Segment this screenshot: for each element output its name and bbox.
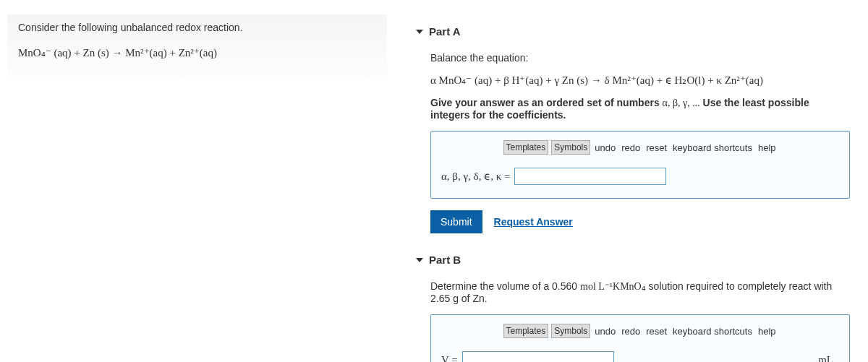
submit-button[interactable]: Submit <box>430 210 482 233</box>
keyboard-shortcuts-button[interactable]: keyboard shortcuts <box>671 326 754 337</box>
caret-down-icon <box>416 30 423 34</box>
part-a-answer-input[interactable] <box>514 168 666 185</box>
balanced-equation-template: α MnO₄⁻ (aq) + β H⁺(aq) + γ Zn (s) → δ M… <box>430 74 850 87</box>
unbalanced-equation: MnO₄⁻ (aq) + Zn (s) → Mn²⁺(aq) + Zn²⁺(aq… <box>18 46 376 59</box>
symbols-button[interactable]: Symbols <box>551 140 590 155</box>
reset-button[interactable]: reset <box>644 142 668 153</box>
templates-button[interactable]: Templates <box>503 324 549 338</box>
part-b-title: Part B <box>429 254 461 266</box>
ordered-set-instruction: Give your answer as an ordered set of nu… <box>430 97 850 121</box>
part-b-answer-label: V = <box>441 354 458 363</box>
help-button[interactable]: help <box>757 326 778 337</box>
problem-statement: Consider the following unbalanced redox … <box>7 14 387 79</box>
part-b-unit: mL <box>818 354 839 363</box>
undo-button[interactable]: undo <box>593 326 617 337</box>
redo-button[interactable]: redo <box>620 326 642 337</box>
part-a-toolbar: Templates Symbols undo redo reset keyboa… <box>441 140 839 155</box>
part-b-answer-box: Templates Symbols undo redo reset keyboa… <box>430 314 850 362</box>
help-button[interactable]: help <box>757 142 778 153</box>
part-a-answer-label: α, β, γ, δ, ϵ, κ = <box>441 170 510 183</box>
templates-button[interactable]: Templates <box>503 140 549 155</box>
part-a-header[interactable]: Part A <box>416 25 850 38</box>
redo-button[interactable]: redo <box>620 142 642 153</box>
part-a-answer-box: Templates Symbols undo redo reset keyboa… <box>430 131 850 199</box>
symbols-button[interactable]: Symbols <box>551 324 590 338</box>
prompt-text: Consider the following unbalanced redox … <box>18 22 376 33</box>
part-b-header[interactable]: Part B <box>416 254 850 266</box>
part-b-answer-input[interactable] <box>462 351 614 362</box>
part-a-title: Part A <box>429 25 461 38</box>
part-a-instruction: Balance the equation: <box>430 52 850 64</box>
keyboard-shortcuts-button[interactable]: keyboard shortcuts <box>671 142 754 153</box>
undo-button[interactable]: undo <box>593 142 617 153</box>
part-b-toolbar: Templates Symbols undo redo reset keyboa… <box>441 324 839 338</box>
request-answer-link[interactable]: Request Answer <box>494 216 573 228</box>
part-b-question: Determine the volume of a 0.560 mol L⁻¹K… <box>430 280 850 304</box>
reset-button[interactable]: reset <box>644 326 668 337</box>
caret-down-icon <box>416 258 423 262</box>
